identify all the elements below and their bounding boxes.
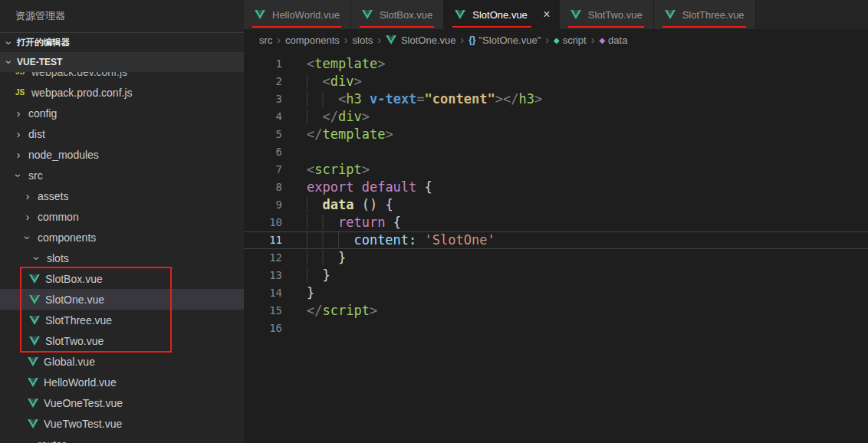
vue-icon bbox=[28, 378, 40, 387]
code-line: 15</script> bbox=[244, 302, 868, 320]
line-number: 4 bbox=[244, 108, 282, 126]
tree-item-common[interactable]: ›common bbox=[0, 206, 244, 227]
vue-icon bbox=[28, 419, 40, 428]
code-line: 11 content: 'SlotOne' bbox=[244, 231, 868, 249]
vue-icon bbox=[455, 10, 467, 19]
tab-label: SlotTwo.vue bbox=[588, 9, 643, 21]
chevron-down-icon: › bbox=[3, 56, 15, 68]
code-line: 2 <div> bbox=[244, 73, 868, 90]
line-number: 14 bbox=[244, 284, 282, 302]
breadcrumb-item--SlotOne-vue-[interactable]: {}"SlotOne.vue" bbox=[469, 34, 541, 46]
code-line: 14} bbox=[244, 284, 868, 302]
chevron-right-icon: › bbox=[377, 34, 381, 46]
chevron-right-icon: › bbox=[591, 34, 595, 46]
tree-item-slots[interactable]: ›slots bbox=[0, 248, 244, 268]
line-number: 7 bbox=[244, 161, 282, 179]
project-header[interactable]: › VUE-TEST bbox=[0, 52, 244, 72]
tab-bar: HelloWorld.vueSlotBox.vueSlotOne.vue×Slo… bbox=[244, 0, 868, 29]
chevron-right-icon: › bbox=[277, 34, 281, 46]
tab-SlotTwo.vue[interactable]: SlotTwo.vue bbox=[560, 0, 654, 29]
line-number: 16 bbox=[244, 320, 282, 337]
breadcrumb-item-src[interactable]: src bbox=[259, 34, 272, 46]
chevron-right-icon: › bbox=[12, 149, 25, 161]
tree-item-Global.vue[interactable]: Global.vue bbox=[0, 351, 244, 372]
chevron-right-icon: › bbox=[344, 34, 348, 46]
code-line: 4 </div> bbox=[244, 108, 868, 126]
line-number: 2 bbox=[244, 73, 282, 90]
open-editors-label: 打开的编辑器 bbox=[17, 37, 70, 48]
chevron-down-icon: › bbox=[3, 37, 15, 49]
tree-item-VueOneTest.vue[interactable]: VueOneTest.vue bbox=[0, 392, 244, 413]
line-number: 8 bbox=[244, 179, 282, 196]
braces-icon: {} bbox=[469, 34, 475, 45]
tree-item-SlotBox.vue[interactable]: SlotBox.vue bbox=[0, 268, 244, 289]
tab-SlotThree.vue[interactable]: SlotThree.vue bbox=[654, 0, 756, 29]
close-icon[interactable]: × bbox=[541, 8, 553, 21]
tree-item-router[interactable]: ›router bbox=[0, 434, 244, 443]
tree-item-SlotOne.vue[interactable]: SlotOne.vue bbox=[0, 289, 244, 310]
chevron-right-icon: › bbox=[12, 128, 25, 140]
line-number: 11 bbox=[244, 232, 282, 248]
chevron-right-icon: › bbox=[21, 211, 34, 223]
tree-item-config[interactable]: ›config bbox=[0, 103, 244, 123]
code-line: 3 <h3 v-text="content"></h3> bbox=[244, 90, 868, 108]
tree-item-SlotThree.vue[interactable]: SlotThree.vue bbox=[0, 310, 244, 330]
code-line: 16 bbox=[244, 320, 868, 337]
breadcrumb-item-script[interactable]: ◆script bbox=[554, 34, 587, 46]
vue-icon bbox=[386, 35, 398, 44]
vue-icon bbox=[29, 274, 41, 284]
breadcrumb: src›components›slots›SlotOne.vue›{}"Slot… bbox=[244, 29, 868, 51]
code-line: 1<template> bbox=[244, 55, 868, 73]
vue-icon bbox=[665, 10, 677, 19]
line-number: 15 bbox=[244, 302, 282, 320]
code-editor[interactable]: 1<template>2 <div>3 <h3 v-text="content"… bbox=[244, 51, 868, 443]
vue-icon bbox=[28, 357, 40, 366]
line-number: 13 bbox=[244, 267, 282, 284]
code-line: 13 } bbox=[244, 267, 868, 284]
js-file-icon: JS bbox=[15, 72, 28, 76]
tab-HelloWorld.vue[interactable]: HelloWorld.vue bbox=[244, 0, 351, 29]
js-file-icon: JS bbox=[15, 88, 28, 97]
project-label: VUE-TEST bbox=[17, 57, 62, 67]
tab-SlotOne.vue[interactable]: SlotOne.vue× bbox=[444, 0, 560, 29]
line-number: 6 bbox=[244, 143, 282, 161]
breadcrumb-item-components[interactable]: components bbox=[285, 34, 340, 46]
breadcrumb-item-slots[interactable]: slots bbox=[353, 34, 373, 46]
code-line: 5</template> bbox=[244, 126, 868, 143]
tab-SlotBox.vue[interactable]: SlotBox.vue bbox=[351, 0, 444, 29]
tree-item-SlotTwo.vue[interactable]: SlotTwo.vue bbox=[0, 330, 244, 351]
chevron-down-icon: › bbox=[12, 169, 25, 182]
line-number: 1 bbox=[244, 55, 282, 73]
vue-icon bbox=[29, 336, 41, 346]
symbol-data-icon: ◆ bbox=[599, 36, 605, 44]
tree-item-src[interactable]: ›src bbox=[0, 165, 244, 185]
tree-item-HelloWorld.vue[interactable]: HelloWorld.vue bbox=[0, 372, 244, 392]
breadcrumb-item-SlotOne-vue[interactable]: SlotOne.vue bbox=[386, 34, 456, 46]
tab-label: SlotBox.vue bbox=[380, 9, 432, 21]
tree-item-assets[interactable]: ›assets bbox=[0, 185, 244, 206]
file-tree: JSwebpack.dev.conf.jsJSwebpack.prod.conf… bbox=[0, 72, 244, 443]
vue-icon bbox=[28, 399, 40, 408]
chevron-down-icon: › bbox=[21, 231, 34, 244]
chevron-right-icon: › bbox=[21, 438, 34, 443]
tree-item-dist[interactable]: ›dist bbox=[0, 123, 244, 144]
tree-item-webpack.dev.conf.js[interactable]: JSwebpack.dev.conf.js bbox=[0, 72, 244, 82]
line-number: 5 bbox=[244, 126, 282, 143]
tree-item-VueTwoTest.vue[interactable]: VueTwoTest.vue bbox=[0, 413, 244, 434]
tree-item-webpack.prod.conf.js[interactable]: JSwebpack.prod.conf.js bbox=[0, 82, 244, 103]
open-editors-header[interactable]: › 打开的编辑器 bbox=[0, 32, 244, 52]
tree-item-node_modules[interactable]: ›node_modules bbox=[0, 144, 244, 165]
annotation-red-underline bbox=[252, 26, 341, 28]
code-line: 9 data () { bbox=[244, 196, 868, 214]
code-line: 6 bbox=[244, 143, 868, 161]
vue-icon bbox=[570, 10, 583, 19]
symbol-script-icon: ◆ bbox=[554, 36, 560, 44]
breadcrumb-item-data[interactable]: ◆data bbox=[599, 34, 627, 46]
vscode-window: 资源管理器 › 打开的编辑器 › VUE-TEST JSwebpack.dev.… bbox=[0, 0, 868, 443]
annotation-red-underline bbox=[360, 26, 434, 28]
code-line: 8export default { bbox=[244, 179, 868, 196]
vue-icon bbox=[29, 316, 41, 325]
tab-label: HelloWorld.vue bbox=[272, 9, 340, 21]
code-line: 12 } bbox=[244, 249, 868, 267]
tree-item-components[interactable]: ›components bbox=[0, 227, 244, 248]
